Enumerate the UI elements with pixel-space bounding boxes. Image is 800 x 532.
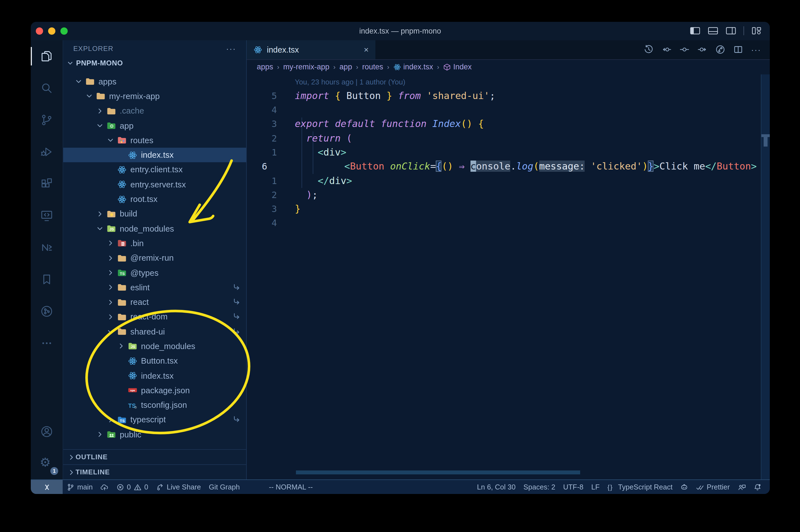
status-remote-indicator[interactable] <box>31 480 63 494</box>
code-line[interactable]: 1</div> <box>247 174 761 188</box>
layout-panel-icon[interactable] <box>707 26 718 35</box>
tree-item-public[interactable]: public <box>63 427 246 442</box>
status-indentation[interactable]: Spaces: 2 <box>519 483 559 491</box>
code-line[interactable]: 6<Button onClick={() ⇒ console.log(messa… <box>247 160 761 174</box>
code-token: { <box>335 90 341 101</box>
status-cursor-position[interactable]: Ln 6, Col 30 <box>473 483 519 491</box>
horizontal-scrollbar-thumb[interactable] <box>296 471 580 474</box>
tree-item-shared-ui[interactable]: shared-ui <box>63 324 246 339</box>
folder-routes-icon <box>117 136 127 145</box>
code-line[interactable]: 2); <box>247 188 761 202</box>
code-token: < <box>344 161 350 172</box>
activity-source-control-button[interactable] <box>31 104 63 136</box>
code-line[interactable]: 4 <box>247 216 761 230</box>
tree-item-node_modules[interactable]: JSnode_modules <box>63 221 246 236</box>
breadcrumb-item-my-remix-app[interactable]: my-remix-app <box>283 63 329 71</box>
sidebar-more-actions-button[interactable]: ··· <box>226 44 236 53</box>
tree-item-.bin[interactable]: 01.bin <box>63 236 246 251</box>
vertical-scrollbar-thumb-stem[interactable] <box>763 137 767 146</box>
tree-item-routes[interactable]: routes <box>63 133 246 148</box>
status-feedback[interactable] <box>734 483 749 491</box>
status-git-graph[interactable]: Git Graph <box>205 480 244 494</box>
tree-item-apps[interactable]: apps <box>63 74 246 89</box>
activity-account-button[interactable] <box>31 416 63 448</box>
breadcrumb-item-routes[interactable]: routes <box>362 63 383 71</box>
tree-item-root.tsx[interactable]: root.tsx <box>63 192 246 207</box>
activity-settings-button[interactable]: ⚙1 <box>31 448 63 479</box>
code-editor[interactable]: You, 23 hours ago | 1 author (You)5impor… <box>247 74 769 479</box>
vertical-scrollbar-thumb[interactable] <box>761 134 769 137</box>
breadcrumb-item-app[interactable]: app <box>340 63 352 71</box>
tree-item-react-dom[interactable]: react-dom <box>63 310 246 324</box>
activity-search-button[interactable] <box>31 72 63 104</box>
breadcrumb-item-index.tsx[interactable]: index.tsx <box>393 63 433 71</box>
status-live-share[interactable]: Live Share <box>152 480 205 494</box>
status-sync-changes[interactable] <box>97 480 112 494</box>
status-language-mode[interactable]: {}TypeScript React <box>604 483 677 491</box>
activity-more-act-button[interactable] <box>31 327 63 359</box>
tree-item-tsconfig.json[interactable]: TS⚙tsconfig.json <box>63 398 246 413</box>
next-change-icon[interactable] <box>697 45 707 54</box>
status-eol[interactable]: LF <box>587 483 604 491</box>
status-text: -- NORMAL -- <box>269 483 313 491</box>
tree-item-entry.server.tsx[interactable]: entry.server.tsx <box>63 177 246 192</box>
tree-item-app[interactable]: ⚙app <box>63 118 246 133</box>
close-tab-icon[interactable]: × <box>364 45 369 54</box>
breadcrumb-item-Index[interactable]: Index <box>443 63 472 71</box>
section-timeline[interactable]: TIMELINE <box>63 464 246 479</box>
tree-item-@types[interactable]: TS@types <box>63 265 246 280</box>
breadcrumb-item-apps[interactable]: apps <box>257 63 273 71</box>
tree-item-build[interactable]: build <box>63 206 246 221</box>
code-line[interactable]: 2return ( <box>247 131 761 146</box>
activity-files-button[interactable] <box>31 40 63 72</box>
status-encoding[interactable]: UTF-8 <box>559 483 587 491</box>
tree-item-eslint[interactable]: eslint <box>63 280 246 295</box>
activity-extensions-button[interactable] <box>31 168 63 200</box>
layout-customize-icon[interactable] <box>751 26 762 35</box>
tree-item-Button.tsx[interactable]: Button.tsx <box>63 354 246 368</box>
compare-change-icon[interactable] <box>680 45 689 54</box>
code-line-content: <Button onClick={() ⇒ console.log(messag… <box>310 160 757 174</box>
tree-item-.cache[interactable]: .cache <box>63 103 246 118</box>
activity-nx-console-button[interactable] <box>31 231 63 263</box>
tab-index-tsx[interactable]: index.tsx × <box>247 40 375 59</box>
tree-item-node_modules[interactable]: JSnode_modules <box>63 339 246 354</box>
status-formatter-prettier[interactable]: Prettier <box>692 483 734 491</box>
activity-run-debug-button[interactable] <box>31 136 63 168</box>
tree-item-index.tsx[interactable]: index.tsx <box>63 368 246 383</box>
chevron-right-icon <box>106 253 115 262</box>
status-git-branch[interactable]: main <box>63 480 97 494</box>
vertical-scrollbar[interactable] <box>761 74 769 479</box>
tree-item-react[interactable]: react <box>63 295 246 310</box>
react-icon <box>128 371 138 380</box>
code-line[interactable]: 1<div> <box>247 146 761 160</box>
history-icon[interactable] <box>644 45 653 54</box>
activity-bookmarks-button[interactable] <box>31 263 63 295</box>
layout-sidebar-right-icon[interactable] <box>725 26 736 35</box>
tree-item-typescript[interactable]: TStypescript <box>63 413 246 428</box>
split-editor-icon[interactable] <box>733 45 743 54</box>
code-line[interactable]: 5import { Button } from 'shared-ui'; <box>247 89 761 103</box>
layout-sidebar-left-icon[interactable] <box>689 26 700 35</box>
tree-item-my-remix-app[interactable]: my-remix-app <box>63 89 246 104</box>
git-graph-ed-icon[interactable] <box>715 45 725 54</box>
breadcrumb-separator-icon: › <box>437 63 439 71</box>
tree-item-@remix-run[interactable]: @remix-run <box>63 251 246 265</box>
code-line[interactable]: 3export default function Index() { <box>247 117 761 131</box>
activity-remote-explorer-button[interactable] <box>31 200 63 231</box>
code-line[interactable]: 3} <box>247 202 761 216</box>
status-copilot[interactable] <box>677 483 692 491</box>
prev-change-icon[interactable] <box>662 45 671 54</box>
tree-item-package.json[interactable]: npmpackage.json <box>63 383 246 398</box>
tree-item-entry.client.tsx[interactable]: entry.client.tsx <box>63 163 246 177</box>
more-ed-icon[interactable]: ··· <box>751 45 761 54</box>
code-line[interactable]: 4 <box>247 103 761 117</box>
workspace-root-item[interactable]: PNPM-MONO <box>63 57 246 69</box>
status-problems[interactable]: 00 <box>112 480 152 494</box>
tree-item-index.tsx[interactable]: index.tsx <box>63 148 246 163</box>
section-outline[interactable]: OUTLINE <box>63 449 246 464</box>
tree-item-label: react-dom <box>130 312 168 321</box>
status-notifications[interactable] <box>749 483 765 491</box>
status-vim-mode[interactable]: -- NORMAL -- <box>265 480 317 494</box>
activity-git-graph-act-button[interactable] <box>31 295 63 327</box>
